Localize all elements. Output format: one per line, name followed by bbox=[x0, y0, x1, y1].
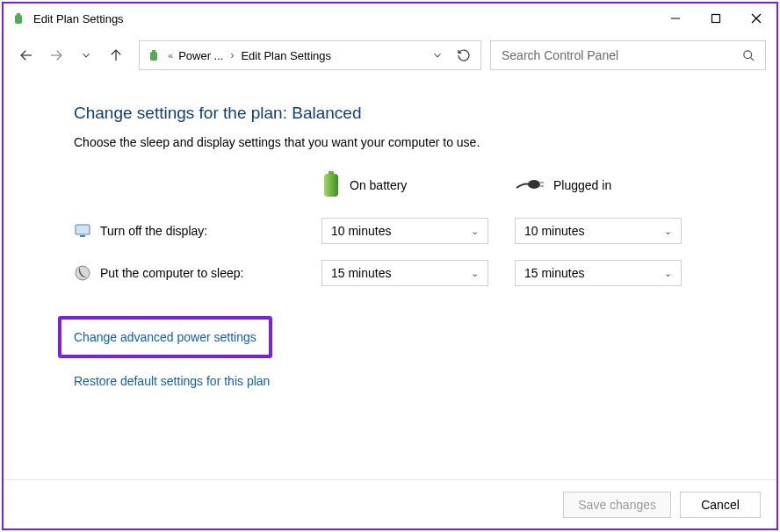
window-title: Edit Plan Settings bbox=[33, 12, 124, 25]
svg-rect-18 bbox=[76, 225, 90, 234]
sleep-plugged-dropdown[interactable]: 15 minutes ⌄ bbox=[515, 260, 682, 286]
titlebar: Edit Plan Settings bbox=[4, 4, 776, 33]
svg-rect-19 bbox=[80, 235, 85, 237]
window-controls bbox=[655, 4, 776, 33]
save-changes-button: Save changes bbox=[563, 492, 671, 518]
page-heading: Change settings for the plan: Balanced bbox=[74, 104, 759, 123]
column-battery-label: On battery bbox=[350, 178, 407, 192]
svg-rect-17 bbox=[539, 185, 544, 187]
chevron-down-icon: ⌄ bbox=[664, 226, 672, 237]
svg-point-11 bbox=[743, 50, 751, 58]
display-plugged-dropdown[interactable]: 10 minutes ⌄ bbox=[515, 218, 682, 244]
search-icon[interactable] bbox=[740, 47, 756, 63]
sleep-battery-value: 15 minutes bbox=[331, 266, 391, 280]
advanced-link-highlight: Change advanced power settings bbox=[58, 316, 272, 358]
chevron-down-icon: ⌄ bbox=[471, 226, 479, 237]
display-battery-dropdown[interactable]: 10 minutes ⌄ bbox=[321, 218, 488, 244]
moon-icon bbox=[74, 264, 91, 282]
column-plugged-in: Plugged in bbox=[515, 169, 682, 202]
page-subtext: Choose the sleep and display settings th… bbox=[74, 135, 759, 149]
search-input[interactable] bbox=[500, 47, 740, 63]
chevron-down-icon: ⌄ bbox=[664, 268, 672, 279]
address-dropdown[interactable] bbox=[426, 44, 449, 67]
chevron-left-icon[interactable]: « bbox=[166, 50, 175, 61]
svg-rect-10 bbox=[152, 50, 155, 53]
battery-app-icon bbox=[11, 11, 26, 26]
settings-grid: On battery Plugged in bbox=[74, 169, 759, 286]
cancel-button[interactable]: Cancel bbox=[680, 492, 761, 518]
svg-rect-0 bbox=[15, 15, 22, 24]
back-button[interactable] bbox=[14, 43, 39, 68]
breadcrumb-power[interactable]: Power ... bbox=[178, 49, 223, 62]
address-bar[interactable]: « Power ... › Edit Plan Settings bbox=[139, 40, 481, 70]
footer: Save changes Cancel bbox=[4, 479, 776, 528]
sleep-plugged-value: 15 minutes bbox=[524, 266, 584, 280]
monitor-icon bbox=[74, 222, 91, 240]
restore-defaults-link[interactable]: Restore default settings for this plan bbox=[74, 374, 270, 388]
display-battery-value: 10 minutes bbox=[331, 224, 391, 238]
row-sleep-text: Put the computer to sleep: bbox=[100, 266, 243, 280]
breadcrumb-edit-plan[interactable]: Edit Plan Settings bbox=[241, 49, 331, 62]
svg-rect-14 bbox=[324, 174, 338, 197]
svg-point-15 bbox=[528, 180, 540, 189]
row-sleep-label: Put the computer to sleep: bbox=[74, 264, 295, 282]
refresh-button[interactable] bbox=[452, 44, 475, 67]
svg-rect-3 bbox=[712, 15, 720, 23]
svg-line-12 bbox=[750, 57, 754, 61]
up-button[interactable] bbox=[104, 43, 128, 68]
content: Change settings for the plan: Balanced C… bbox=[4, 77, 776, 479]
change-advanced-link[interactable]: Change advanced power settings bbox=[74, 330, 256, 344]
window: Edit Plan Settings bbox=[2, 2, 778, 530]
column-on-battery: On battery bbox=[321, 169, 488, 202]
maximize-button[interactable] bbox=[696, 4, 736, 33]
battery-crumb-icon bbox=[145, 47, 162, 64]
battery-icon bbox=[321, 170, 341, 201]
svg-rect-16 bbox=[539, 182, 544, 183]
toolbar: « Power ... › Edit Plan Settings bbox=[4, 33, 776, 77]
plug-icon bbox=[515, 176, 545, 196]
forward-button[interactable] bbox=[44, 43, 69, 68]
display-plugged-value: 10 minutes bbox=[524, 224, 584, 238]
svg-rect-9 bbox=[150, 52, 157, 61]
row-display-text: Turn off the display: bbox=[100, 224, 207, 238]
save-button-label: Save changes bbox=[578, 498, 656, 512]
svg-point-20 bbox=[76, 266, 90, 280]
close-button[interactable] bbox=[736, 4, 776, 33]
sleep-battery-dropdown[interactable]: 15 minutes ⌄ bbox=[321, 260, 488, 286]
minimize-button[interactable] bbox=[655, 4, 696, 33]
chevron-down-icon: ⌄ bbox=[471, 268, 479, 279]
search-box[interactable] bbox=[490, 40, 766, 70]
svg-rect-1 bbox=[17, 13, 20, 16]
links-section: Change advanced power settings Restore d… bbox=[74, 316, 759, 388]
column-plugged-label: Plugged in bbox=[553, 178, 611, 192]
cancel-button-label: Cancel bbox=[701, 498, 740, 512]
row-display-label: Turn off the display: bbox=[74, 222, 295, 240]
chevron-right-icon: › bbox=[227, 49, 237, 61]
recent-dropdown[interactable] bbox=[74, 43, 98, 68]
